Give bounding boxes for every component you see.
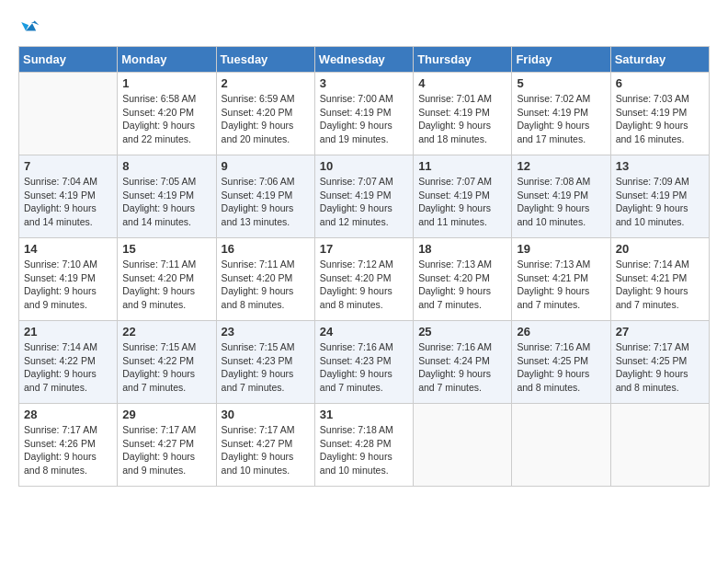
- day-info: Sunrise: 7:04 AMSunset: 4:19 PMDaylight:…: [24, 175, 112, 229]
- day-number: 3: [320, 76, 408, 90]
- day-info: Sunrise: 7:07 AMSunset: 4:19 PMDaylight:…: [320, 175, 408, 229]
- day-number: 10: [320, 159, 408, 173]
- day-number: 23: [222, 325, 310, 339]
- calendar-day-cell: 27Sunrise: 7:17 AMSunset: 4:25 PMDayligh…: [610, 321, 709, 404]
- calendar-day-cell: 1Sunrise: 6:58 AMSunset: 4:20 PMDaylight…: [118, 73, 216, 155]
- calendar-day-cell: 8Sunrise: 7:05 AMSunset: 4:19 PMDaylight…: [118, 155, 216, 238]
- day-number: 2: [222, 76, 310, 90]
- day-number: 16: [222, 242, 310, 256]
- day-number: 28: [24, 408, 112, 421]
- day-info: Sunrise: 7:13 AMSunset: 4:20 PMDaylight:…: [418, 258, 506, 312]
- day-number: 7: [24, 159, 112, 173]
- calendar-day-cell: 29Sunrise: 7:17 AMSunset: 4:27 PMDayligh…: [118, 404, 216, 487]
- calendar-day-header: Saturday: [610, 47, 709, 73]
- day-number: 11: [418, 159, 506, 173]
- day-number: 8: [122, 159, 210, 173]
- calendar-day-cell: 15Sunrise: 7:11 AMSunset: 4:20 PMDayligh…: [118, 238, 216, 321]
- calendar-week-row: 14Sunrise: 7:10 AMSunset: 4:19 PMDayligh…: [19, 238, 710, 321]
- day-info: Sunrise: 7:15 AMSunset: 4:22 PMDaylight:…: [122, 340, 210, 395]
- day-info: Sunrise: 7:02 AMSunset: 4:19 PMDaylight:…: [517, 92, 605, 146]
- day-number: 12: [517, 159, 605, 173]
- day-number: 19: [517, 242, 605, 256]
- day-info: Sunrise: 7:00 AMSunset: 4:19 PMDaylight:…: [320, 92, 408, 146]
- day-number: 20: [616, 242, 704, 256]
- day-number: 4: [418, 76, 506, 90]
- day-info: Sunrise: 6:59 AMSunset: 4:20 PMDaylight:…: [222, 92, 310, 146]
- day-number: 30: [222, 408, 310, 421]
- calendar-week-row: 7Sunrise: 7:04 AMSunset: 4:19 PMDaylight…: [19, 155, 710, 238]
- calendar-day-cell: 12Sunrise: 7:08 AMSunset: 4:19 PMDayligh…: [512, 155, 610, 238]
- calendar-day-cell: [512, 404, 610, 487]
- day-info: Sunrise: 7:03 AMSunset: 4:19 PMDaylight:…: [616, 92, 704, 146]
- calendar-day-cell: 6Sunrise: 7:03 AMSunset: 4:19 PMDaylight…: [610, 73, 709, 155]
- calendar-day-header: Sunday: [19, 47, 118, 73]
- day-info: Sunrise: 7:14 AMSunset: 4:21 PMDaylight:…: [616, 258, 704, 312]
- calendar: SundayMondayTuesdayWednesdayThursdayFrid…: [18, 46, 710, 487]
- day-number: 21: [24, 325, 112, 339]
- calendar-day-cell: 22Sunrise: 7:15 AMSunset: 4:22 PMDayligh…: [118, 321, 216, 404]
- calendar-day-cell: 18Sunrise: 7:13 AMSunset: 4:20 PMDayligh…: [414, 238, 512, 321]
- day-info: Sunrise: 7:17 AMSunset: 4:25 PMDaylight:…: [616, 340, 704, 395]
- calendar-day-cell: 13Sunrise: 7:09 AMSunset: 4:19 PMDayligh…: [610, 155, 709, 238]
- calendar-day-cell: 16Sunrise: 7:11 AMSunset: 4:20 PMDayligh…: [216, 238, 314, 321]
- day-info: Sunrise: 7:17 AMSunset: 4:26 PMDaylight:…: [24, 423, 112, 477]
- day-number: 29: [122, 408, 210, 421]
- calendar-day-header: Tuesday: [216, 47, 314, 73]
- day-number: 1: [122, 76, 210, 90]
- day-number: 27: [616, 325, 704, 339]
- calendar-day-header: Friday: [512, 47, 610, 73]
- day-info: Sunrise: 7:11 AMSunset: 4:20 PMDaylight:…: [122, 258, 210, 312]
- day-info: Sunrise: 7:16 AMSunset: 4:25 PMDaylight:…: [517, 340, 605, 395]
- calendar-day-cell: 25Sunrise: 7:16 AMSunset: 4:24 PMDayligh…: [414, 321, 512, 404]
- calendar-day-cell: 28Sunrise: 7:17 AMSunset: 4:26 PMDayligh…: [19, 404, 118, 487]
- calendar-day-cell: 11Sunrise: 7:07 AMSunset: 4:19 PMDayligh…: [414, 155, 512, 238]
- day-number: 13: [616, 159, 704, 173]
- calendar-day-cell: 3Sunrise: 7:00 AMSunset: 4:19 PMDaylight…: [314, 73, 413, 155]
- calendar-day-cell: 7Sunrise: 7:04 AMSunset: 4:19 PMDaylight…: [19, 155, 118, 238]
- day-info: Sunrise: 7:09 AMSunset: 4:19 PMDaylight:…: [616, 175, 704, 229]
- calendar-day-cell: 10Sunrise: 7:07 AMSunset: 4:19 PMDayligh…: [314, 155, 413, 238]
- calendar-day-cell: 14Sunrise: 7:10 AMSunset: 4:19 PMDayligh…: [19, 238, 118, 321]
- day-info: Sunrise: 7:14 AMSunset: 4:22 PMDaylight:…: [24, 340, 112, 395]
- calendar-day-cell: 17Sunrise: 7:12 AMSunset: 4:20 PMDayligh…: [314, 238, 413, 321]
- day-number: 17: [320, 242, 408, 256]
- day-info: Sunrise: 7:07 AMSunset: 4:19 PMDaylight:…: [418, 175, 506, 229]
- day-info: Sunrise: 7:12 AMSunset: 4:20 PMDaylight:…: [320, 258, 408, 312]
- day-number: 15: [122, 242, 210, 256]
- day-number: 6: [616, 76, 704, 90]
- calendar-day-header: Monday: [118, 47, 216, 73]
- day-number: 24: [320, 325, 408, 339]
- calendar-day-cell: 31Sunrise: 7:18 AMSunset: 4:28 PMDayligh…: [314, 404, 413, 487]
- calendar-day-cell: [414, 404, 512, 487]
- day-info: Sunrise: 7:05 AMSunset: 4:19 PMDaylight:…: [122, 175, 210, 229]
- calendar-day-cell: 30Sunrise: 7:17 AMSunset: 4:27 PMDayligh…: [216, 404, 314, 487]
- calendar-day-cell: [19, 73, 118, 155]
- calendar-day-cell: 2Sunrise: 6:59 AMSunset: 4:20 PMDaylight…: [216, 73, 314, 155]
- day-info: Sunrise: 7:01 AMSunset: 4:19 PMDaylight:…: [418, 92, 506, 146]
- logo: [18, 15, 44, 37]
- calendar-day-cell: 19Sunrise: 7:13 AMSunset: 4:21 PMDayligh…: [512, 238, 610, 321]
- day-number: 18: [418, 242, 506, 256]
- calendar-day-cell: 26Sunrise: 7:16 AMSunset: 4:25 PMDayligh…: [512, 321, 610, 404]
- calendar-day-header: Wednesday: [314, 47, 413, 73]
- day-number: 25: [418, 325, 506, 339]
- day-info: Sunrise: 7:17 AMSunset: 4:27 PMDaylight:…: [222, 423, 310, 477]
- day-info: Sunrise: 7:11 AMSunset: 4:20 PMDaylight:…: [222, 258, 310, 312]
- day-number: 22: [122, 325, 210, 339]
- day-info: Sunrise: 6:58 AMSunset: 4:20 PMDaylight:…: [122, 92, 210, 146]
- day-number: 26: [517, 325, 605, 339]
- calendar-week-row: 1Sunrise: 6:58 AMSunset: 4:20 PMDaylight…: [19, 73, 710, 155]
- logo-icon: [18, 15, 40, 37]
- page-header: [18, 15, 710, 37]
- day-number: 14: [24, 242, 112, 256]
- day-info: Sunrise: 7:16 AMSunset: 4:23 PMDaylight:…: [320, 340, 408, 395]
- calendar-week-row: 21Sunrise: 7:14 AMSunset: 4:22 PMDayligh…: [19, 321, 710, 404]
- calendar-day-cell: 20Sunrise: 7:14 AMSunset: 4:21 PMDayligh…: [610, 238, 709, 321]
- calendar-day-cell: 9Sunrise: 7:06 AMSunset: 4:19 PMDaylight…: [216, 155, 314, 238]
- day-info: Sunrise: 7:15 AMSunset: 4:23 PMDaylight:…: [222, 340, 310, 395]
- day-info: Sunrise: 7:08 AMSunset: 4:19 PMDaylight:…: [517, 175, 605, 229]
- calendar-day-cell: 4Sunrise: 7:01 AMSunset: 4:19 PMDaylight…: [414, 73, 512, 155]
- day-number: 31: [320, 408, 408, 421]
- day-number: 5: [517, 76, 605, 90]
- day-info: Sunrise: 7:16 AMSunset: 4:24 PMDaylight:…: [418, 340, 506, 395]
